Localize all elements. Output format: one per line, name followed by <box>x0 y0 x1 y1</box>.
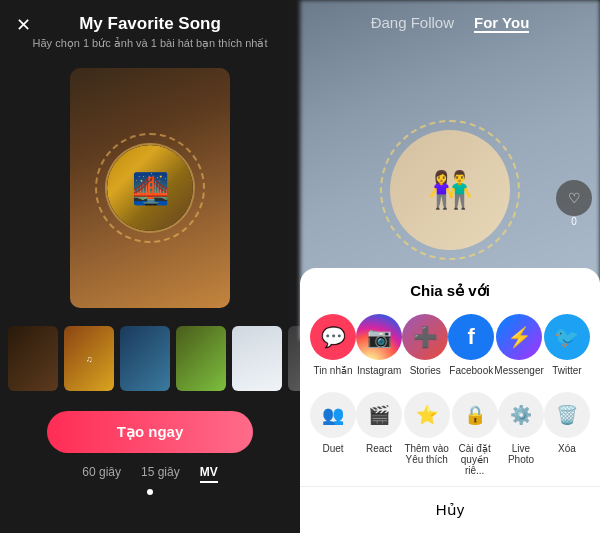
left-subtitle: Hãy chọn 1 bức ảnh và 1 bài hát bạn thíc… <box>33 37 268 50</box>
share-item-twitter[interactable]: 🐦 Twitter <box>544 314 590 376</box>
instagram-icon: 📷 <box>356 314 402 360</box>
stories-label: Stories <box>410 365 441 376</box>
delete-icon: 🗑️ <box>544 392 590 438</box>
thumbnail-4[interactable] <box>176 326 226 391</box>
thumbnail-6[interactable] <box>288 326 300 391</box>
bottom-sheet: Chia sẻ với 💬 Tin nhắn 📷 Instagram ➕ Sto… <box>300 268 600 533</box>
like-count: 0 <box>571 216 577 227</box>
close-icon[interactable]: ✕ <box>16 14 31 36</box>
share-item-instagram[interactable]: 📷 Instagram <box>356 314 402 376</box>
privacy-label: Cài đặt quyền riê... <box>451 443 498 476</box>
add-favorite-label: Thêm vào Yêu thích <box>402 443 451 465</box>
messenger-label: Messenger <box>494 365 543 376</box>
thumbnail-1[interactable] <box>8 326 58 391</box>
thumbnail-2[interactable]: ♫ <box>64 326 114 391</box>
share-item-message[interactable]: 💬 Tin nhắn <box>310 314 356 376</box>
left-title: My Favorite Song <box>79 14 221 34</box>
share-item-stories[interactable]: ➕ Stories <box>402 314 448 376</box>
live-photo-label: Live Photo <box>498 443 544 465</box>
cancel-button[interactable]: Hủy <box>300 486 600 533</box>
share-row: 💬 Tin nhắn 📷 Instagram ➕ Stories f Faceb… <box>300 314 600 376</box>
right-action-buttons: ♡ 0 <box>556 180 592 227</box>
action-live-photo[interactable]: ⚙️ Live Photo <box>498 392 544 476</box>
twitter-icon: 🐦 <box>544 314 590 360</box>
duet-icon: 👥 <box>310 392 356 438</box>
tab-mv[interactable]: MV <box>200 465 218 483</box>
right-top-nav: Đang Follow For You <box>300 0 600 47</box>
action-privacy[interactable]: 🔒 Cài đặt quyền riê... <box>451 392 498 476</box>
main-image: 🌉 <box>70 68 230 308</box>
sheet-title: Chia sẻ với <box>300 282 600 300</box>
tab-following[interactable]: Đang Follow <box>371 14 454 33</box>
create-button[interactable]: Tạo ngay <box>47 411 254 453</box>
circle-frame: 🌉 <box>105 143 195 233</box>
react-label: React <box>366 443 392 454</box>
stories-icon: ➕ <box>402 314 448 360</box>
message-icon: 💬 <box>310 314 356 360</box>
live-photo-icon: ⚙️ <box>498 392 544 438</box>
delete-label: Xóa <box>558 443 576 454</box>
action-react[interactable]: 🎬 React <box>356 392 402 476</box>
duration-tabs: 60 giây 15 giây MV <box>82 465 217 483</box>
left-header: ✕ My Favorite Song Hãy chọn 1 bức ảnh và… <box>0 0 300 58</box>
right-circle-inner: 👫 <box>390 130 510 250</box>
thumbnail-row: ♫ <box>0 316 300 401</box>
duet-label: Duet <box>322 443 343 454</box>
action-delete[interactable]: 🗑️ Xóa <box>544 392 590 476</box>
right-panel: Đang Follow For You 👫 ♡ 0 Chia sẻ với 💬 … <box>300 0 600 533</box>
couple-image: 👫 <box>428 169 473 211</box>
instagram-label: Instagram <box>357 365 401 376</box>
facebook-label: Facebook <box>449 365 493 376</box>
like-icon[interactable]: ♡ <box>556 180 592 216</box>
facebook-icon: f <box>448 314 494 360</box>
tab-for-you[interactable]: For You <box>474 14 529 33</box>
message-label: Tin nhắn <box>314 365 353 376</box>
action-add-favorite[interactable]: ⭐ Thêm vào Yêu thích <box>402 392 451 476</box>
thumbnail-5[interactable] <box>232 326 282 391</box>
share-item-facebook[interactable]: f Facebook <box>448 314 494 376</box>
share-item-messenger[interactable]: ⚡ Messenger <box>494 314 543 376</box>
tab-60s[interactable]: 60 giây <box>82 465 121 483</box>
tab-15s[interactable]: 15 giây <box>141 465 180 483</box>
messenger-icon: ⚡ <box>496 314 542 360</box>
privacy-icon: 🔒 <box>452 392 498 438</box>
left-panel: ✕ My Favorite Song Hãy chọn 1 bức ảnh và… <box>0 0 300 533</box>
thumbnail-3[interactable] <box>120 326 170 391</box>
circle-inner: 🌉 <box>107 145 193 231</box>
like-button-group: ♡ 0 <box>556 180 592 227</box>
action-duet[interactable]: 👥 Duet <box>310 392 356 476</box>
action-row: 👥 Duet 🎬 React ⭐ Thêm vào Yêu thích 🔒 Cà… <box>300 392 600 476</box>
add-favorite-icon: ⭐ <box>404 392 450 438</box>
dot-indicator <box>147 489 153 495</box>
react-icon: 🎬 <box>356 392 402 438</box>
twitter-label: Twitter <box>552 365 581 376</box>
right-circle-frame: 👫 <box>380 120 520 260</box>
